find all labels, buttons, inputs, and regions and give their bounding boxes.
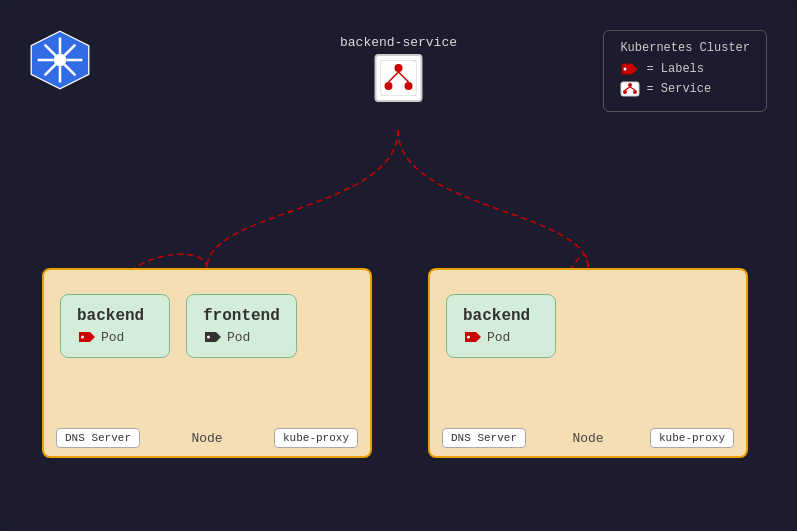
svg-point-20 [405,82,413,90]
dns-server-right: DNS Server [442,428,526,448]
pod-backend-right-type: Pod [487,330,510,345]
svg-point-14 [633,90,637,94]
pod-backend-right-label: backend [463,307,530,325]
pod-frontend-left-label: frontend [203,307,280,325]
node-right-footer: DNS Server Node kube-proxy [430,428,746,448]
service-icon-box [375,54,423,102]
svg-point-13 [623,90,627,94]
backend-service: backend-service [340,35,457,102]
pod-backend-right-type-row: Pod [463,329,510,345]
svg-point-19 [385,82,393,90]
pod-backend-left-label: backend [77,307,144,325]
legend-labels-item: = Labels [620,61,750,77]
kube-proxy-right: kube-proxy [650,428,734,448]
node-right: backend Pod DNS Server Node kube-proxy [428,268,748,458]
kubernetes-logo [28,28,92,92]
dark-tag-icon-left-frontend [203,329,223,345]
legend-box: Kubernetes Cluster = Labels = Service [603,30,767,112]
node-left: backend Pod frontend Pod [42,268,372,458]
svg-point-10 [624,68,627,71]
pod-frontend-left-type-row: Pod [203,329,250,345]
service-icon [381,60,417,96]
pod-backend-left-type-row: Pod [77,329,124,345]
service-legend-icon [620,81,640,97]
legend-service-text: = Service [646,82,711,96]
legend-service-item: = Service [620,81,750,97]
svg-point-25 [467,336,470,339]
svg-point-24 [207,336,210,339]
pod-backend-left-type: Pod [101,330,124,345]
main-diagram: Kubernetes Cluster = Labels = Service ba [0,0,797,531]
legend-title: Kubernetes Cluster [620,41,750,55]
labels-icon [620,61,640,77]
pod-backend-right: backend Pod [446,294,556,358]
pod-frontend-left: frontend Pod [186,294,297,358]
svg-point-23 [81,336,84,339]
pod-frontend-left-type: Pod [227,330,250,345]
node-left-footer: DNS Server Node kube-proxy [44,428,370,448]
backend-service-label: backend-service [340,35,457,50]
red-tag-icon-left-backend [77,329,97,345]
pods-row-right: backend Pod [446,294,730,358]
svg-point-12 [628,83,632,87]
pod-backend-left: backend Pod [60,294,170,358]
red-tag-icon-right-backend [463,329,483,345]
kube-proxy-left: kube-proxy [274,428,358,448]
node-left-label: Node [191,431,222,446]
dns-server-left: DNS Server [56,428,140,448]
legend-labels-text: = Labels [646,62,704,76]
pods-row-left: backend Pod frontend Pod [60,294,354,358]
node-right-label: Node [572,431,603,446]
svg-point-18 [395,64,403,72]
